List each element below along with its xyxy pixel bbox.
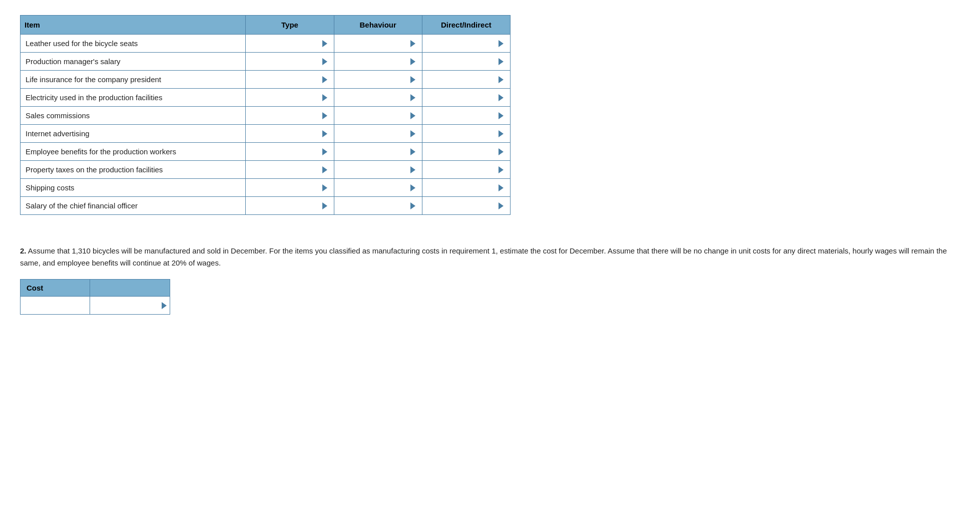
behaviour-dropdown-arrow-icon [410,112,419,119]
table-row: Electricity used in the production facil… [21,89,511,107]
direct-indirect-dropdown-arrow-icon [499,76,507,83]
item-cell: Production manager's salary [21,53,246,71]
header-behaviour: Behaviour [334,16,422,35]
direct-indirect-dropdown-cell[interactable] [422,197,510,215]
main-table-container: Item Type Behaviour Direct/Indirect Leat… [20,15,511,215]
section2-label: 2. [20,246,27,255]
direct-indirect-dropdown-cell[interactable] [422,179,510,197]
table-row: Internet advertising [21,125,511,143]
direct-indirect-dropdown-arrow-icon [499,202,507,209]
direct-indirect-dropdown-cell[interactable] [422,161,510,179]
type-dropdown-cell[interactable] [246,197,334,215]
type-dropdown-arrow-icon [322,148,331,155]
behaviour-dropdown-arrow-icon [410,202,419,209]
item-cell: Salary of the chief financial officer [21,197,246,215]
behaviour-dropdown-arrow-icon [410,58,419,65]
behaviour-dropdown-cell[interactable] [334,161,422,179]
cost-header: Cost [21,280,90,297]
direct-indirect-dropdown-arrow-icon [499,40,507,47]
type-dropdown-cell[interactable] [246,89,334,107]
item-cell: Electricity used in the production facil… [21,89,246,107]
direct-indirect-dropdown-cell[interactable] [422,35,510,53]
table-row: Employee benefits for the production wor… [21,143,511,161]
type-dropdown-arrow-icon [322,94,331,101]
behaviour-dropdown-cell[interactable] [334,89,422,107]
type-dropdown-arrow-icon [322,202,331,209]
table-row: Life insurance for the company president [21,71,511,89]
direct-indirect-dropdown-arrow-icon [499,58,507,65]
direct-indirect-dropdown-arrow-icon [499,184,507,191]
type-dropdown-cell[interactable] [246,107,334,125]
direct-indirect-dropdown-cell[interactable] [422,89,510,107]
type-dropdown-cell[interactable] [246,161,334,179]
behaviour-dropdown-arrow-icon [410,184,419,191]
direct-indirect-dropdown-arrow-icon [499,112,507,119]
behaviour-dropdown-arrow-icon [410,94,419,101]
type-dropdown-arrow-icon [322,112,331,119]
table-row: Salary of the chief financial officer [21,197,511,215]
section-2: 2. Assume that 1,310 bicycles will be ma… [20,245,960,315]
cost-label-cell [21,297,90,315]
type-dropdown-cell[interactable] [246,53,334,71]
type-dropdown-arrow-icon [322,40,331,47]
header-direct-indirect: Direct/Indirect [422,16,510,35]
type-dropdown-arrow-icon [322,58,331,65]
direct-indirect-dropdown-arrow-icon [499,94,507,101]
behaviour-dropdown-cell[interactable] [334,107,422,125]
item-cell: Employee benefits for the production wor… [21,143,246,161]
table-row: Shipping costs [21,179,511,197]
direct-indirect-dropdown-arrow-icon [499,166,507,173]
table-row: Production manager's salary [21,53,511,71]
type-dropdown-cell[interactable] [246,143,334,161]
cost-input-cell[interactable] [90,297,170,315]
type-dropdown-cell[interactable] [246,35,334,53]
direct-indirect-dropdown-arrow-icon [499,148,507,155]
direct-indirect-dropdown-cell[interactable] [422,53,510,71]
type-dropdown-arrow-icon [322,130,331,137]
cost-dropdown-arrow-icon [162,302,167,309]
type-dropdown-arrow-icon [322,166,331,173]
item-cell: Shipping costs [21,179,246,197]
header-type: Type [246,16,334,35]
behaviour-dropdown-cell[interactable] [334,125,422,143]
behaviour-dropdown-cell[interactable] [334,71,422,89]
behaviour-dropdown-cell[interactable] [334,179,422,197]
behaviour-dropdown-cell[interactable] [334,35,422,53]
table-row: Leather used for the bicycle seats [21,35,511,53]
behaviour-dropdown-cell[interactable] [334,53,422,71]
item-cell: Sales commissions [21,107,246,125]
type-dropdown-arrow-icon [322,76,331,83]
behaviour-dropdown-arrow-icon [410,148,419,155]
direct-indirect-dropdown-cell[interactable] [422,143,510,161]
item-cell: Internet advertising [21,125,246,143]
behaviour-dropdown-cell[interactable] [334,143,422,161]
section2-paragraph: 2. Assume that 1,310 bicycles will be ma… [20,245,960,269]
behaviour-dropdown-arrow-icon [410,76,419,83]
direct-indirect-dropdown-cell[interactable] [422,125,510,143]
header-item: Item [21,16,246,35]
item-cell: Life insurance for the company president [21,71,246,89]
direct-indirect-dropdown-cell[interactable] [422,107,510,125]
item-cell: Property taxes on the production facilit… [21,161,246,179]
direct-indirect-dropdown-arrow-icon [499,130,507,137]
table-row: Sales commissions [21,107,511,125]
type-dropdown-cell[interactable] [246,71,334,89]
type-dropdown-arrow-icon [322,184,331,191]
classification-table: Item Type Behaviour Direct/Indirect Leat… [20,15,511,215]
type-dropdown-cell[interactable] [246,125,334,143]
cost-row [21,297,170,315]
section2-text: Assume that 1,310 bicycles will be manuf… [20,246,947,267]
behaviour-dropdown-cell[interactable] [334,197,422,215]
type-dropdown-cell[interactable] [246,179,334,197]
cost-table: Cost [20,279,170,315]
direct-indirect-dropdown-cell[interactable] [422,71,510,89]
cost-value-header [90,280,170,297]
table-row: Property taxes on the production facilit… [21,161,511,179]
behaviour-dropdown-arrow-icon [410,40,419,47]
behaviour-dropdown-arrow-icon [410,166,419,173]
behaviour-dropdown-arrow-icon [410,130,419,137]
item-cell: Leather used for the bicycle seats [21,35,246,53]
